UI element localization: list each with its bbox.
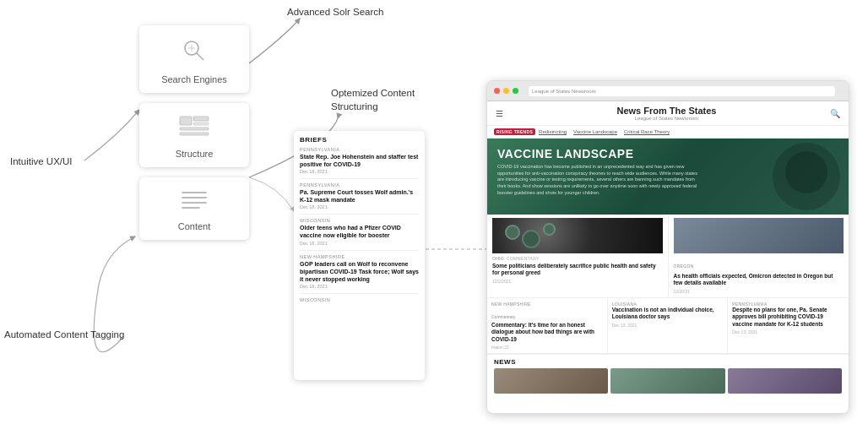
list-item: WISCONSIN Older teens who had a Pfizer C…	[300, 218, 419, 245]
list-item: WISCONSIN	[300, 297, 419, 302]
browser-url-bar: League of States Newsroom	[529, 86, 835, 96]
grid-date-oregon: 12/20/21	[674, 289, 844, 294]
content-icon	[181, 189, 208, 215]
browser-chrome: League of States Newsroom	[487, 81, 849, 101]
virus-image	[492, 218, 663, 253]
hamburger-icon: ☰	[496, 109, 503, 118]
article-section-title: BRIEFS	[300, 136, 419, 144]
mask-image	[674, 218, 844, 253]
news-search-icon: 🔍	[830, 109, 840, 118]
solr-label: Advanced Solr Search	[287, 7, 383, 17]
hero-section: VACCINE LANDSCAPE COVID-19 vaccination h…	[487, 139, 849, 215]
tagging-label: Automated Content Tagging	[4, 329, 124, 340]
list-item: NEW HAMPSHIRE Commentary Commentary: It'…	[487, 298, 608, 353]
structure-card: Structure	[139, 103, 249, 167]
svg-rect-5	[180, 117, 192, 125]
structure-label: Structure	[176, 149, 214, 159]
browser-close-dot	[494, 88, 500, 94]
article-card: BRIEFS PENNSYLVANIA State Rep. Joe Hohen…	[294, 131, 425, 380]
trending-tag-3: Critical Race Theory	[624, 129, 670, 135]
search-engines-label: Search Engines	[161, 74, 227, 84]
news-site-title: News From The States	[503, 106, 830, 116]
svg-rect-8	[180, 128, 209, 130]
trending-tag-2: Vaccine Landscape	[573, 129, 617, 135]
grid-type-ohio: COMMENTARY	[507, 256, 540, 261]
svg-rect-7	[193, 122, 209, 125]
grid-state-ohio: OHIO	[492, 256, 504, 261]
trending-bar: RISING TRENDS Redistricting Vaccine Land…	[487, 126, 849, 139]
news-image-3	[728, 368, 842, 394]
uxui-label: Intuitive UX/UI	[10, 156, 73, 166]
browser-mockup: League of States Newsroom ☰ News From Th…	[486, 80, 849, 414]
news-section: NEWS	[487, 354, 849, 396]
grid-state-oregon: OREGON	[674, 264, 694, 269]
news-header: ☰ News From The States League of States …	[487, 101, 849, 126]
content-struct-label: Optemized Content Structuring	[331, 86, 415, 113]
hero-text: VACCINE LANDSCAPE COVID-19 vaccination h…	[487, 139, 849, 215]
svg-rect-6	[193, 117, 209, 121]
list-item: NEW HAMPSHIRE GOP leaders call on Wolf t…	[300, 254, 419, 289]
list-item: LOUISIANA Vaccination is not an individu…	[608, 298, 729, 353]
news-image-2	[610, 368, 724, 394]
search-icon	[181, 37, 208, 68]
news-site-subtitle: League of States Newsroom	[503, 116, 830, 121]
grid-headline-ohio: Some politicians deliberately sacrifice …	[492, 263, 663, 277]
list-item: PENNSYLVANIA Pa. Supreme Court tosses Wo…	[300, 182, 419, 209]
grid-headline-oregon: As health officials expected, Omicron de…	[674, 273, 844, 287]
news-section-header: NEWS	[494, 358, 842, 366]
diagram-container: Advanced Solr Search Intuitive UX/UI Aut…	[0, 0, 868, 424]
list-item: PENNSYLVANIA Despite no plans for one, P…	[728, 298, 849, 353]
svg-rect-9	[180, 133, 209, 135]
structure-icon	[179, 115, 209, 142]
news-grid	[494, 368, 842, 394]
content-card: Content	[139, 177, 249, 240]
left-cards: Search Engines Structure	[139, 25, 249, 240]
browser-minimize-dot	[503, 88, 509, 94]
news-image-1	[494, 368, 608, 394]
svg-line-2	[197, 53, 203, 60]
hero-description: COVID-19 vaccination has become publishe…	[497, 164, 702, 196]
search-engines-card: Search Engines	[139, 25, 249, 93]
trending-badge: RISING TRENDS	[494, 128, 535, 135]
trending-tag-1: Redistricting	[539, 129, 567, 135]
browser-maximize-dot	[513, 88, 518, 94]
content-label: Content	[178, 221, 211, 231]
hero-title: VACCINE LANDSCAPE	[497, 147, 838, 160]
grid-date-ohio: 12/2/2021	[492, 279, 663, 284]
list-item: PENNSYLVANIA State Rep. Joe Hohenstein a…	[300, 147, 419, 174]
browser-content: ☰ News From The States League of States …	[487, 101, 849, 413]
